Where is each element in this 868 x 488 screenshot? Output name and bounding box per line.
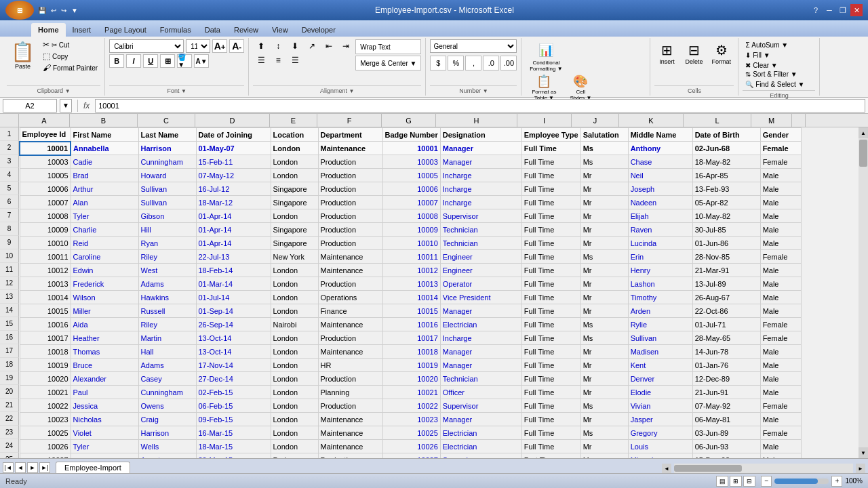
cell-r14-c5[interactable]: London xyxy=(271,304,318,318)
cell-r19-c7[interactable]: 10020 xyxy=(382,372,440,386)
fill-button[interactable]: ⬇ Fill ▼ xyxy=(743,51,772,60)
cell-r3-c11[interactable]: Chase xyxy=(628,155,692,169)
increase-font-btn[interactable]: A+ xyxy=(212,39,227,53)
row-number-15[interactable]: 15 xyxy=(0,317,19,331)
cell-r24-c7[interactable]: 10026 xyxy=(382,440,440,453)
cell-r21-c1[interactable]: 10022 xyxy=(20,399,71,413)
col-header-H[interactable]: H xyxy=(436,114,517,127)
row-number-20[interactable]: 20 xyxy=(0,385,19,399)
cell-r17-c11[interactable]: Madisen xyxy=(628,345,692,359)
format-painter-button[interactable]: 🖌 Format Painter xyxy=(40,62,100,73)
cell-r9-c2[interactable]: Reid xyxy=(71,237,138,250)
cell-r20-c3[interactable]: Cunningham xyxy=(138,386,196,399)
decrease-decimal-btn[interactable]: .0 xyxy=(483,56,499,70)
cell-r6-c7[interactable]: 10007 xyxy=(382,196,440,209)
cell-r17-c9[interactable]: Full Time xyxy=(521,345,580,359)
scroll-right-btn[interactable]: ► xyxy=(856,464,865,473)
cell-r8-c6[interactable]: Production xyxy=(318,223,382,237)
cell-r20-c12[interactable]: 21-Jun-91 xyxy=(692,386,760,399)
row-number-1[interactable]: 1 xyxy=(0,127,19,141)
cell-r25-c9[interactable]: Part Time xyxy=(521,453,580,459)
format-button[interactable]: ⚙ Format xyxy=(709,42,734,66)
cell-r2-c5[interactable]: London xyxy=(271,142,318,155)
row-number-8[interactable]: 8 xyxy=(0,222,19,236)
cell-r15-c12[interactable]: 01-Jul-71 xyxy=(692,318,760,331)
cell-r18-c8[interactable]: Manager xyxy=(440,359,521,372)
cell-styles-button[interactable]: 🎨 CellStyles ▼ xyxy=(564,74,597,101)
cell-r2-c3[interactable]: Harrison xyxy=(138,142,196,155)
cell-r14-c12[interactable]: 22-Oct-86 xyxy=(692,304,760,318)
cell-r21-c11[interactable]: Vivian xyxy=(628,399,692,413)
cell-r20-c5[interactable]: London xyxy=(271,386,318,399)
cell-r8-c12[interactable]: 30-Jul-85 xyxy=(692,223,760,237)
cell-r20-c13[interactable]: Male xyxy=(760,386,801,399)
cell-r7-c5[interactable]: London xyxy=(271,209,318,223)
row-number-16[interactable]: 16 xyxy=(0,331,19,344)
cell-r21-c10[interactable]: Ms xyxy=(580,399,628,413)
cell-r11-c12[interactable]: 21-Mar-91 xyxy=(692,264,760,277)
cell-r5-c2[interactable]: Arthur xyxy=(71,182,138,196)
cell-r24-c8[interactable]: Electrician xyxy=(440,440,521,453)
cell-r15-c10[interactable]: Ms xyxy=(580,318,628,331)
cell-r16-c5[interactable]: London xyxy=(271,331,318,345)
cell-r16-c9[interactable]: Full Time xyxy=(521,331,580,345)
cell-r8-c11[interactable]: Raven xyxy=(628,223,692,237)
cell-r10-c8[interactable]: Engineer xyxy=(440,250,521,264)
cell-r8-c7[interactable]: 10009 xyxy=(382,223,440,237)
merge-center-button[interactable]: Merge & Center ▼ xyxy=(355,56,421,70)
paste-button[interactable]: 📋 Paste xyxy=(7,39,39,84)
col-header-B[interactable]: B xyxy=(70,114,138,127)
cell-r12-c1[interactable]: 10013 xyxy=(20,277,71,291)
cell-r5-c1[interactable]: 10006 xyxy=(20,182,71,196)
cell-r25-c12[interactable]: 15-Dec-93 xyxy=(692,453,760,459)
cell-r20-c4[interactable]: 02-Feb-15 xyxy=(196,386,271,399)
row-number-10[interactable]: 10 xyxy=(0,249,19,263)
customize-quick-btn[interactable]: ▼ xyxy=(70,5,79,16)
cell-r14-c1[interactable]: 10015 xyxy=(20,304,71,318)
cell-r3-c12[interactable]: 18-May-82 xyxy=(692,155,760,169)
cell-r15-c13[interactable]: Female xyxy=(760,318,801,331)
cell-r6-c3[interactable]: Sullivan xyxy=(138,196,196,209)
cell-r10-c3[interactable]: Riley xyxy=(138,250,196,264)
delete-button[interactable]: ⊟ Delete xyxy=(682,42,706,66)
cell-r14-c13[interactable]: Male xyxy=(760,304,801,318)
vertical-scrollbar[interactable]: ▲ ▼ xyxy=(859,127,868,458)
cell-r2-c8[interactable]: Manager xyxy=(440,142,521,155)
row-number-2[interactable]: 2 xyxy=(0,141,19,155)
cell-r19-c12[interactable]: 12-Dec-89 xyxy=(692,372,760,386)
cell-r6-c9[interactable]: Full Time xyxy=(521,196,580,209)
wrap-text-button[interactable]: Wrap Text xyxy=(355,39,421,54)
cell-r18-c7[interactable]: 10019 xyxy=(382,359,440,372)
cell-r11-c11[interactable]: Henry xyxy=(628,264,692,277)
row-number-23[interactable]: 23 xyxy=(0,426,19,439)
col-header-M[interactable]: M xyxy=(751,114,792,127)
tab-insert[interactable]: Insert xyxy=(66,23,98,37)
cell-r20-c8[interactable]: Officer xyxy=(440,386,521,399)
cell-r10-c11[interactable]: Erin xyxy=(628,250,692,264)
cell-r10-c4[interactable]: 22-Jul-13 xyxy=(196,250,271,264)
cell-r18-c1[interactable]: 10019 xyxy=(20,359,71,372)
cell-r11-c5[interactable]: London xyxy=(271,264,318,277)
comma-btn[interactable]: , xyxy=(465,56,481,70)
cell-r21-c5[interactable]: London xyxy=(271,399,318,413)
cell-r5-c7[interactable]: 10006 xyxy=(382,182,440,196)
cell-r16-c10[interactable]: Ms xyxy=(580,331,628,345)
col-header-J[interactable]: J xyxy=(572,114,619,127)
text-direction-btn[interactable]: ↗ xyxy=(304,39,320,53)
cell-r18-c5[interactable]: London xyxy=(271,359,318,372)
col-header-A[interactable]: A xyxy=(19,114,70,127)
increase-decimal-btn[interactable]: .00 xyxy=(500,56,517,70)
cell-r16-c11[interactable]: Sullivan xyxy=(628,331,692,345)
cell-r6-c11[interactable]: Nadeen xyxy=(628,196,692,209)
cell-r22-c9[interactable]: Full Time xyxy=(521,413,580,426)
cell-r10-c12[interactable]: 28-Nov-85 xyxy=(692,250,760,264)
cell-r18-c4[interactable]: 17-Nov-14 xyxy=(196,359,271,372)
cell-r17-c13[interactable]: Male xyxy=(760,345,801,359)
cell-r19-c9[interactable]: Full Time xyxy=(521,372,580,386)
cell-r21-c2[interactable]: Jessica xyxy=(71,399,138,413)
cell-r13-c11[interactable]: Timothy xyxy=(628,291,692,304)
cell-r17-c8[interactable]: Manager xyxy=(440,345,521,359)
page-layout-view-btn[interactable]: ⊞ xyxy=(730,476,742,487)
cell-r9-c11[interactable]: Lucinda xyxy=(628,237,692,250)
cell-r9-c1[interactable]: 10010 xyxy=(20,237,71,250)
